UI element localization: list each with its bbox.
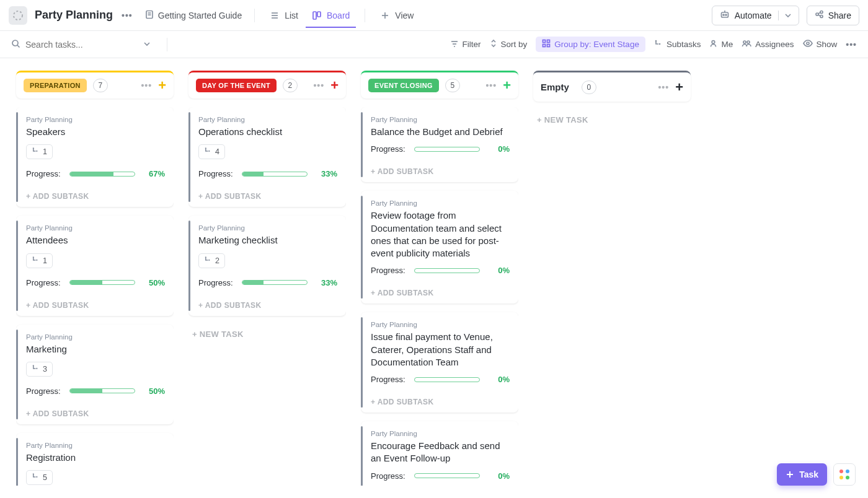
add-subtask-button[interactable]: + ADD SUBTASK [371,161,510,176]
subtask-count-pill[interactable]: 4 [198,144,225,159]
plus-icon [380,11,390,20]
task-card[interactable]: Party PlanningBalance the Budget and Deb… [361,107,518,182]
card-title: Operations checklist [198,126,337,138]
card-list-name: Party Planning [26,116,165,123]
show-button[interactable]: Show [803,40,838,49]
column-header: Empty0•••+ [533,72,691,102]
task-card[interactable]: Party PlanningRegistration5Progress:0%+ … [16,433,174,486]
task-card[interactable]: Party PlanningMarketing checklist2Progre… [188,216,346,315]
subtask-count-pill[interactable]: 2 [198,253,225,268]
add-subtask-button[interactable]: + ADD SUBTASK [371,391,510,406]
column-more[interactable]: ••• [313,81,324,90]
me-button[interactable]: Me [709,40,733,50]
add-subtask-button[interactable]: + ADD SUBTASK [371,282,510,297]
filter-button[interactable]: Filter [450,39,481,50]
stage-label[interactable]: Empty [541,79,575,95]
search-icon [11,39,20,50]
apps-launcher[interactable] [833,463,856,486]
search-wrap [11,39,151,50]
subtask-count: 5 [43,473,47,482]
chevron-down-icon[interactable] [143,40,151,50]
board-column: EVENT CLOSING5•••+Party PlanningBalance … [361,71,518,486]
add-subtask-button[interactable]: + ADD SUBTASK [198,186,337,201]
svg-point-43 [205,147,206,149]
column-add-task[interactable]: + [158,79,166,92]
view-toolbar: Filter Sort by Group by: Event Stage Sub… [0,31,868,58]
progress-percent: 33% [316,169,337,178]
column-more[interactable]: ••• [485,81,497,90]
add-view[interactable]: View [374,3,420,28]
progress-bar [414,268,480,273]
automate-label: Automate [735,11,772,20]
add-subtask-button[interactable]: + ADD SUBTASK [26,295,165,310]
group-icon [542,39,551,50]
task-card[interactable]: Party PlanningReview footage from Docume… [361,191,518,304]
svg-point-32 [743,41,746,43]
card-list-name: Party Planning [371,321,510,328]
svg-rect-28 [547,45,550,47]
sort-button[interactable]: Sort by [490,39,528,50]
progress-row: Progress:50% [26,387,165,396]
share-label: Share [828,11,851,20]
progress-label: Progress: [26,278,61,287]
automate-button[interactable]: Automate [712,6,799,25]
project-more-menu[interactable]: ••• [118,8,136,23]
svg-line-21 [17,45,20,48]
card-list-name: Party Planning [371,116,510,123]
progress-percent: 0% [489,375,510,384]
task-card[interactable]: Party PlanningMarketing3Progress:50%+ AD… [16,325,174,424]
task-card[interactable]: Party PlanningOperations checklist4Progr… [188,107,346,207]
progress-row: Progress:50% [26,278,165,287]
stage-label[interactable]: DAY OF THE EVENT [196,79,277,92]
new-task-button[interactable]: + NEW TASK [188,325,346,344]
add-subtask-button[interactable]: + ADD SUBTASK [198,295,337,310]
task-card[interactable]: Party PlanningEncourage Feedback and sen… [361,421,518,486]
tab-list[interactable]: List [264,3,304,28]
svg-point-29 [655,40,657,42]
group-by-button[interactable]: Group by: Event Stage [536,37,645,52]
task-card[interactable]: Party PlanningSpeakers1Progress:67%+ ADD… [16,107,174,207]
show-label: Show [817,40,838,49]
subtasks-button[interactable]: Subtasks [654,39,701,50]
svg-rect-26 [547,40,550,43]
add-subtask-button[interactable]: + ADD SUBTASK [26,403,165,418]
column-cards: + NEW TASK [533,110,691,154]
subtask-count-pill[interactable]: 3 [26,362,53,377]
column-add-task[interactable]: + [330,79,339,92]
progress-bar [414,377,480,382]
divider [365,9,365,22]
project-title[interactable]: Party Planning [35,9,113,22]
progress-label: Progress: [26,169,61,178]
chevron-down-icon[interactable] [778,11,791,20]
doc-tab[interactable]: Getting Started Guide [141,4,246,27]
column-more[interactable]: ••• [658,82,669,92]
new-task-fab[interactable]: Task [777,463,827,486]
share-button[interactable]: Share [807,6,859,25]
task-card[interactable]: Party PlanningAttendees1Progress:50%+ AD… [16,216,174,315]
space-avatar[interactable] [9,6,27,25]
assignees-button[interactable]: Assignees [742,40,794,50]
subtasks-icon [32,147,40,157]
column-add-task[interactable]: + [503,79,511,92]
subtask-count-pill[interactable]: 5 [26,470,53,485]
column-more[interactable]: ••• [141,81,152,90]
toolbar-more[interactable]: ••• [846,40,857,50]
search-input[interactable] [25,40,118,50]
svg-point-15 [816,13,818,15]
progress-label: Progress: [371,144,405,154]
progress-label: Progress: [198,278,233,287]
svg-point-30 [659,43,661,45]
progress-bar [69,172,135,177]
column-add-task[interactable]: + [675,81,683,94]
progress-label: Progress: [198,169,233,178]
task-card[interactable]: Party PlanningIssue final payment to Ven… [361,312,518,413]
tab-board[interactable]: Board [306,3,356,28]
subtask-count-pill[interactable]: 1 [26,253,53,268]
subtask-count-pill[interactable]: 1 [26,144,53,159]
progress-label: Progress: [26,387,61,396]
add-subtask-button[interactable]: + ADD SUBTASK [26,186,165,201]
share-icon [815,10,823,20]
new-task-button[interactable]: + NEW TASK [533,110,691,129]
stage-label[interactable]: EVENT CLOSING [368,79,439,92]
stage-label[interactable]: PREPARATION [24,79,87,92]
